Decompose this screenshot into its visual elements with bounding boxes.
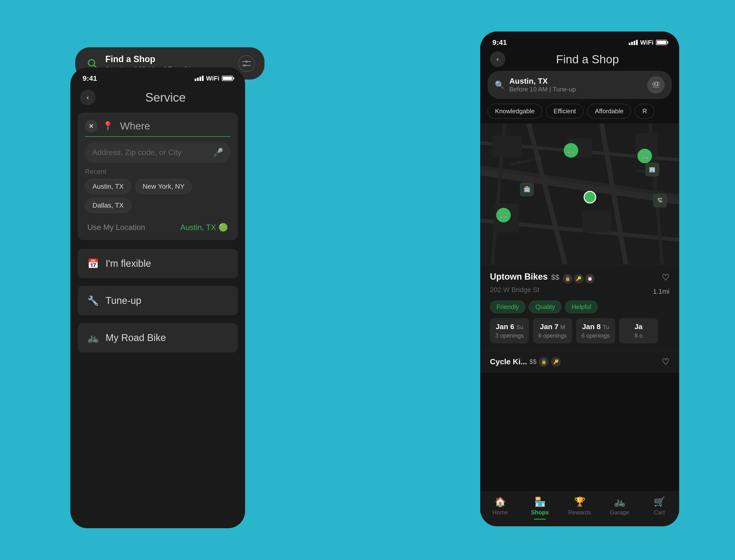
nav-cart-label: Cart — [654, 509, 665, 516]
status-icons-right: WiFi — [629, 39, 667, 46]
nav-home[interactable]: 🏠 Home — [480, 496, 520, 519]
shop-favorite-row: ♡ — [662, 272, 670, 283]
use-location-label: Use My Location — [87, 223, 145, 232]
bike-label: My Road Bike — [106, 332, 166, 343]
time-left: 9:41 — [82, 74, 97, 82]
location-search-bar[interactable]: 🔍 Austin, TX Before 10 AM | Tune-up — [488, 71, 672, 99]
garage-icon: 🚲 — [614, 496, 625, 507]
shop-tags: Friendly Quality Helpful — [490, 300, 670, 313]
shop-price: $$ — [551, 273, 559, 281]
nav-shops[interactable]: 🏪 Shops — [520, 496, 560, 519]
chip-more[interactable]: R — [635, 104, 654, 119]
tag-quality: Quality — [529, 300, 562, 313]
svg-rect-27 — [582, 211, 611, 233]
heart-icon[interactable]: ♡ — [662, 272, 670, 283]
use-location-value: Austin, TX 🟢 — [180, 223, 228, 232]
bike-icon: 🚲 — [87, 333, 99, 343]
location-city: Austin, TX — [509, 77, 642, 86]
use-location-row[interactable]: Use My Location Austin, TX 🟢 — [85, 218, 230, 238]
status-icons-left: WiFi — [195, 75, 233, 82]
date-slot-2[interactable]: Jan 8 Tu 6 openings — [576, 318, 615, 343]
svg-rect-8 — [653, 83, 655, 85]
location-search-icon: 🔍 — [495, 80, 505, 89]
map-pin-bike-2[interactable]: 🚲 — [496, 208, 511, 222]
battery-icon-right — [656, 40, 667, 45]
calendar-icon: 📅 — [87, 258, 99, 269]
recent-chip-2[interactable]: Dallas, TX — [85, 198, 131, 213]
shop-name: Uptown Bikes — [490, 272, 548, 282]
tuneup-label: Tune-up — [106, 295, 141, 306]
chip-affordable[interactable]: Affordable — [587, 104, 631, 119]
nav-cart[interactable]: 🛒 Cart — [639, 496, 679, 519]
date-slot-3[interactable]: Ja 8 o — [619, 318, 658, 343]
rewards-icon: 🏆 — [574, 496, 586, 507]
nav-active-indicator — [534, 519, 546, 519]
flexible-option[interactable]: 📅 I'm flexible — [78, 249, 238, 278]
phone-left: 9:41 WiFi ‹ Service ✕ 📍 Where 🎤 — [70, 67, 245, 528]
nav-shops-label: Shops — [531, 509, 549, 516]
address-input-row[interactable]: 🎤 — [85, 142, 230, 163]
where-section: ✕ 📍 Where 🎤 Recent Austin, TX New York, … — [78, 113, 238, 240]
map-area[interactable]: Bondhouse Lane Portley Lane 🏥 🏢 🏗 🚲 🚲 🚲 — [480, 123, 679, 264]
wifi-icon-right: WiFi — [640, 39, 654, 46]
chip-knowledgable[interactable]: Knowledgable — [488, 104, 542, 119]
page-title-right: Find a Shop — [506, 53, 670, 66]
date-slot-0[interactable]: Jan 6 Su 3 openings — [490, 318, 529, 343]
wifi-icon: WiFi — [206, 75, 219, 82]
nav-rewards[interactable]: 🏆 Rewards — [560, 496, 600, 519]
battery-icon — [222, 76, 233, 81]
address-input[interactable] — [92, 148, 213, 157]
chip-efficient[interactable]: Efficient — [546, 104, 583, 119]
flexible-label: I'm flexible — [106, 258, 151, 269]
tuneup-option[interactable]: 🔧 Tune-up — [78, 286, 238, 315]
partial-icon-2: 🔑 — [551, 357, 561, 367]
svg-rect-23 — [492, 136, 522, 157]
shops-icon: 🏪 — [534, 496, 546, 507]
shop-icon-clock: ⏰ — [585, 274, 595, 284]
partial-shop-price: $$ — [530, 358, 537, 365]
location-sub: Before 10 AM | Tune-up — [509, 86, 642, 93]
wrench-icon: 🔧 — [87, 295, 99, 306]
nav-garage[interactable]: 🚲 Garage — [600, 496, 639, 519]
recent-chips: Austin, TX New York, NY Dallas, TX — [85, 179, 230, 213]
location-dot-icon: 🟢 — [218, 223, 228, 232]
right-header: ‹ Find a Shop — [480, 47, 679, 71]
partial-heart-icon[interactable]: ♡ — [662, 357, 670, 367]
shop-card-1[interactable]: Uptown Bikes $$ 🔒 🔑 ⏰ ♡ 202 W Bridge St … — [480, 264, 679, 351]
shop-icons: 🔒 🔑 ⏰ — [563, 274, 595, 284]
shop-address: 202 W Bridge St — [490, 286, 540, 294]
svg-rect-9 — [655, 82, 657, 86]
phone-header-left: ‹ Service — [70, 82, 245, 108]
mic-icon[interactable]: 🎤 — [213, 147, 223, 157]
filter-icon[interactable] — [238, 55, 255, 72]
pin-icon: 📍 — [102, 121, 113, 131]
signal-icon — [195, 76, 203, 81]
nav-garage-label: Garage — [610, 509, 629, 516]
phone-right: 9:41 WiFi ‹ Find a Shop 🔍 Austin, TX Bef… — [480, 32, 679, 526]
shop-distance: 1.1mi — [653, 288, 670, 295]
date-slots: Jan 6 Su 3 openings Jan 7 M 6 openings J… — [490, 318, 670, 343]
shop-card-2-partial[interactable]: Cycle Ki... $$ 🔒 🔑 ♡ — [480, 351, 679, 373]
svg-point-2 — [246, 61, 247, 62]
clear-button[interactable]: ✕ — [85, 120, 98, 132]
bike-option[interactable]: 🚲 My Road Bike — [78, 323, 238, 352]
back-button-right[interactable]: ‹ — [490, 51, 506, 67]
time-right: 9:41 — [492, 38, 507, 47]
svg-point-5 — [244, 65, 245, 66]
recent-chip-1[interactable]: New York, NY — [135, 179, 192, 194]
nav-home-label: Home — [492, 509, 508, 516]
recent-chip-0[interactable]: Austin, TX — [85, 179, 131, 194]
partial-shop-name: Cycle Ki... — [490, 357, 527, 366]
status-bar-left: 9:41 WiFi — [70, 67, 245, 82]
map-building-bars: 🏗 — [653, 194, 667, 207]
shop-card-header: Uptown Bikes $$ 🔒 🔑 ⏰ ♡ — [490, 272, 670, 284]
cart-icon: 🛒 — [654, 496, 665, 507]
recent-label: Recent — [85, 168, 230, 176]
map-pin-bike-3[interactable]: 🚲 — [637, 149, 652, 163]
partial-icon-1: 🔒 — [539, 357, 549, 367]
back-button-left[interactable]: ‹ — [80, 90, 96, 105]
map-building-hospital: 🏥 — [520, 183, 534, 196]
location-bar-text: Austin, TX Before 10 AM | Tune-up — [509, 77, 642, 93]
map-toggle-button[interactable] — [647, 76, 665, 94]
date-slot-1[interactable]: Jan 7 M 6 openings — [533, 318, 572, 343]
